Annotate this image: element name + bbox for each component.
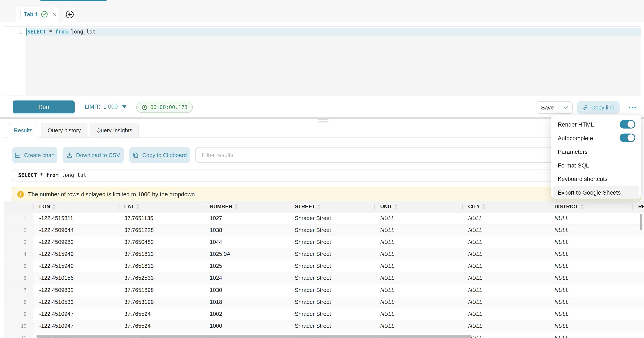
table-cell-city[interactable]: NULL (462, 260, 549, 272)
table-cell-number[interactable]: 1030 (204, 284, 289, 296)
horizontal-scrollbar[interactable] (36, 335, 472, 338)
tab-query-history[interactable]: Query history (41, 123, 88, 137)
column-header-number[interactable]: NUMBER (204, 201, 289, 212)
autocomplete-toggle[interactable] (620, 134, 636, 142)
table-cell-district[interactable]: NULL (549, 284, 632, 296)
table-cell-lon[interactable]: -122.4509644 (34, 225, 118, 236)
table-row[interactable]: 7-122.450983237.76518981030Shrader Stree… (4, 284, 644, 296)
table-cell-district[interactable]: NULL (549, 225, 632, 236)
table-cell-city[interactable]: NULL (462, 308, 549, 320)
table-cell-street[interactable]: Shrader Street (289, 272, 374, 284)
column-header-region[interactable]: RE (632, 201, 644, 212)
table-cell-lat[interactable]: 37.7653199 (118, 296, 204, 308)
table-cell-lon[interactable]: -122.4510533 (34, 296, 118, 308)
table-cell-unit[interactable]: NULL (374, 260, 462, 272)
table-cell-unit[interactable]: NULL (374, 248, 462, 260)
table-cell-district[interactable]: NULL (549, 332, 632, 338)
table-cell-lat[interactable]: 37.7651135 (118, 213, 204, 224)
table-cell-lat[interactable]: 37.765524 (118, 320, 204, 332)
table-cell-city[interactable]: NULL (462, 320, 549, 332)
render-html-toggle[interactable] (620, 120, 636, 129)
table-cell-district[interactable]: NULL (549, 213, 632, 224)
table-row[interactable]: 8-122.451053337.76531991018Shrader Stree… (4, 296, 644, 308)
menu-item-format-sql[interactable]: Format SQL (551, 158, 641, 172)
column-header-lon[interactable]: LON (34, 201, 118, 212)
table-cell-lon[interactable]: -122.4510947 (34, 308, 118, 320)
table-cell-number[interactable]: 1018 (204, 296, 289, 308)
copy-link-button[interactable]: Copy link (577, 101, 620, 114)
limit-dropdown[interactable]: LIMIT: 1 000 (84, 103, 126, 110)
close-tab-icon[interactable] (52, 12, 57, 17)
table-cell-region[interactable] (632, 332, 644, 338)
table-cell-lon[interactable]: -122.4515811 (34, 213, 118, 224)
menu-item-render-html[interactable]: Render HTML (551, 117, 641, 131)
table-cell-region[interactable] (632, 320, 644, 332)
table-cell-street[interactable]: Shrader Street (289, 213, 374, 224)
table-row[interactable]: 4-122.451594937.76518131025.0AShrader St… (4, 248, 644, 260)
table-cell-street[interactable]: Shrader Street (289, 296, 374, 308)
column-header-street[interactable]: STREET (289, 201, 374, 212)
table-cell-street[interactable]: Shrader Street (289, 308, 374, 320)
table-row[interactable]: 5-122.451594937.76518131025Shrader Stree… (4, 260, 644, 272)
table-cell-unit[interactable]: NULL (374, 284, 462, 296)
table-cell-district[interactable]: NULL (549, 272, 632, 284)
create-chart-button[interactable]: Create chart (12, 147, 57, 163)
pane-resize-divider[interactable] (0, 117, 644, 119)
table-cell-region[interactable] (632, 296, 644, 308)
table-cell-lat[interactable]: 37.7651898 (118, 284, 204, 296)
sql-code-editor[interactable]: 1 SELECT * from long_lat (4, 27, 641, 96)
table-cell-unit[interactable]: NULL (374, 236, 462, 248)
table-cell-district[interactable]: NULL (549, 308, 632, 320)
table-cell-number[interactable]: 1027 (204, 213, 289, 224)
pane-resize-handle[interactable] (318, 119, 328, 123)
table-cell-city[interactable]: NULL (462, 332, 549, 338)
table-cell-street[interactable]: Shrader Street (289, 248, 374, 260)
table-cell-district[interactable]: NULL (549, 248, 632, 260)
table-cell-lon[interactable]: -122.4515949 (34, 260, 118, 272)
table-cell-lon[interactable]: -122.4515949 (34, 248, 118, 260)
table-cell-lon[interactable]: -122.4510156 (34, 272, 118, 284)
table-cell-number[interactable]: 1038 (204, 225, 289, 236)
table-cell-street[interactable]: Shrader Street (289, 225, 374, 236)
table-cell-unit[interactable]: NULL (374, 320, 462, 332)
table-cell-lon[interactable]: -122.4509983 (34, 236, 118, 248)
table-cell-district[interactable]: NULL (549, 296, 632, 308)
table-cell-lat[interactable]: 37.7651813 (118, 248, 204, 260)
table-cell-lat[interactable]: 37.7651228 (118, 225, 204, 236)
table-cell-number[interactable]: 1024 (204, 272, 289, 284)
column-header-lat[interactable]: LAT (118, 201, 204, 212)
save-button[interactable]: Save (536, 102, 559, 113)
table-cell-region[interactable] (632, 308, 644, 320)
table-cell-unit[interactable]: NULL (374, 308, 462, 320)
table-cell-unit[interactable]: NULL (374, 213, 462, 224)
column-header-district[interactable]: DISTRICT (549, 201, 632, 212)
menu-item-export-google-sheets[interactable]: Export to Google Sheets (553, 186, 639, 199)
table-cell-unit[interactable]: NULL (374, 296, 462, 308)
column-header-city[interactable]: CITY (462, 201, 549, 212)
table-cell-number[interactable]: 1044 (204, 236, 289, 248)
table-cell-lat[interactable]: 37.7651813 (118, 260, 204, 272)
download-csv-button[interactable]: Download to CSV (63, 147, 124, 163)
table-cell-number[interactable]: 1002 (204, 308, 289, 320)
more-options-button[interactable] (626, 104, 639, 111)
table-cell-lat[interactable]: 37.7650483 (118, 236, 204, 248)
table-row[interactable]: 9-122.451094737.7655241002Shrader Street… (4, 308, 644, 320)
table-cell-lon[interactable]: -122.4509832 (34, 284, 118, 296)
table-row[interactable]: 1-122.451581137.76511351027Shrader Stree… (4, 213, 644, 225)
save-options-button[interactable] (559, 102, 572, 113)
table-cell-region[interactable] (632, 248, 644, 260)
table-cell-number[interactable]: 1000 (204, 320, 289, 332)
menu-item-autocomplete[interactable]: Autocomplete (551, 131, 641, 145)
table-cell-region[interactable] (632, 260, 644, 272)
new-tab-button[interactable] (62, 7, 77, 22)
table-cell-city[interactable]: NULL (462, 296, 549, 308)
table-cell-street[interactable]: Shrader Street (289, 260, 374, 272)
tab-results[interactable]: Results (8, 123, 38, 138)
table-cell-city[interactable]: NULL (462, 248, 549, 260)
table-cell-region[interactable] (632, 236, 644, 248)
table-cell-city[interactable]: NULL (462, 272, 549, 284)
menu-item-keyboard-shortcuts[interactable]: Keyboard shortcuts (551, 172, 641, 186)
copy-clipboard-button[interactable]: Copy to Clipboard (129, 147, 190, 163)
table-cell-city[interactable]: NULL (462, 225, 549, 236)
table-cell-region[interactable] (632, 284, 644, 296)
